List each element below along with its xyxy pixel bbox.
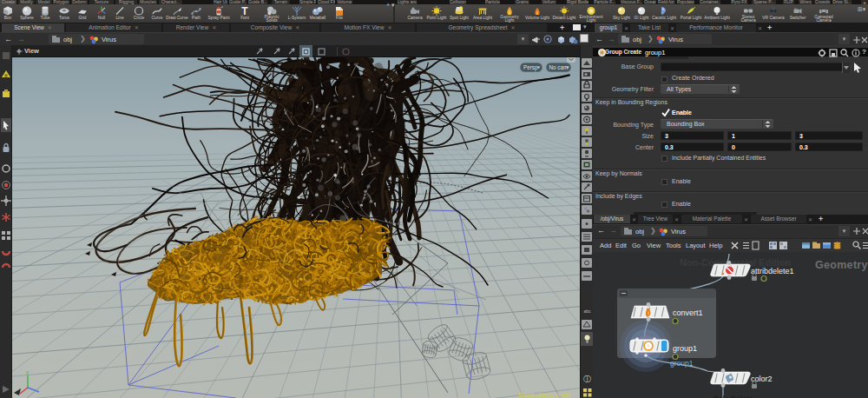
svg-text:color2: color2	[751, 375, 773, 383]
svg-text:attribdelete1: attribdelete1	[751, 267, 794, 275]
svg-text:Select objects to edit: Select objects to edit	[518, 392, 570, 398]
svg-text:No cam: No cam	[549, 64, 569, 70]
svg-text:group1: group1	[673, 344, 697, 353]
svg-text:Pale Delete: Pale Delete	[713, 395, 753, 398]
svg-text:y: y	[26, 369, 29, 375]
svg-text:convert1: convert1	[673, 308, 703, 317]
svg-text:group1: group1	[670, 359, 694, 368]
svg-text:Persp: Persp	[523, 64, 538, 71]
